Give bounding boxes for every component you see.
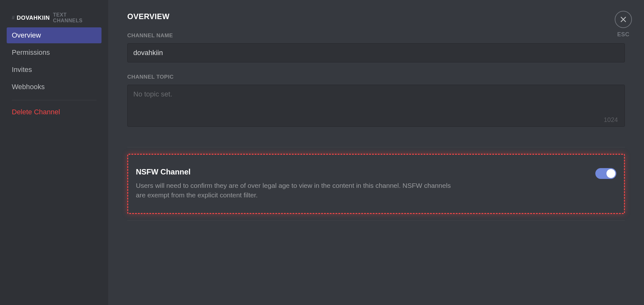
- section-divider: [127, 220, 625, 221]
- sidebar-divider: [12, 100, 96, 100]
- nsfw-toggle[interactable]: [595, 168, 616, 179]
- sidebar-item-delete-channel[interactable]: Delete Channel: [7, 104, 102, 120]
- sidebar-item-permissions[interactable]: Permissions: [7, 45, 102, 60]
- channel-topic-input[interactable]: [127, 85, 625, 127]
- toggle-knob: [606, 169, 615, 178]
- sidebar-channel-name: DOVAHKIIN: [17, 15, 50, 21]
- section-divider: [127, 147, 625, 147]
- nsfw-title: NSFW Channel: [136, 167, 457, 176]
- close-button[interactable]: [615, 11, 632, 28]
- esc-label: ESC: [617, 31, 630, 38]
- nsfw-description: Users will need to confirm they are of o…: [136, 181, 457, 200]
- sidebar-channel-type: TEXT CHANNELS: [53, 12, 96, 24]
- hash-icon: #: [12, 15, 15, 21]
- sidebar-item-label: Delete Channel: [12, 108, 60, 116]
- sidebar-item-invites[interactable]: Invites: [7, 62, 102, 78]
- settings-sidebar: # DOVAHKIIN TEXT CHANNELS Overview Permi…: [0, 0, 108, 305]
- channel-topic-label: CHANNEL TOPIC: [127, 74, 625, 80]
- sidebar-item-label: Invites: [12, 66, 32, 74]
- char-counter: 1024: [604, 116, 618, 124]
- page-title: OVERVIEW: [127, 12, 625, 21]
- channel-name-label: CHANNEL NAME: [127, 32, 625, 39]
- sidebar-item-label: Webhooks: [12, 83, 45, 91]
- close-area: ESC: [615, 11, 632, 38]
- sidebar-item-label: Overview: [12, 31, 41, 39]
- sidebar-item-webhooks[interactable]: Webhooks: [7, 79, 102, 95]
- sidebar-item-label: Permissions: [12, 48, 50, 56]
- nsfw-row: NSFW Channel Users will need to confirm …: [136, 167, 616, 200]
- nsfw-text: NSFW Channel Users will need to confirm …: [136, 167, 457, 200]
- sidebar-header: # DOVAHKIIN TEXT CHANNELS: [7, 12, 102, 27]
- channel-name-input[interactable]: [127, 43, 625, 62]
- close-icon: [620, 16, 627, 23]
- sidebar-item-overview[interactable]: Overview: [7, 27, 102, 43]
- channel-topic-wrap: 1024: [127, 85, 625, 128]
- main-content: ESC OVERVIEW CHANNEL NAME CHANNEL TOPIC …: [108, 0, 644, 305]
- nsfw-section: NSFW Channel Users will need to confirm …: [127, 154, 625, 214]
